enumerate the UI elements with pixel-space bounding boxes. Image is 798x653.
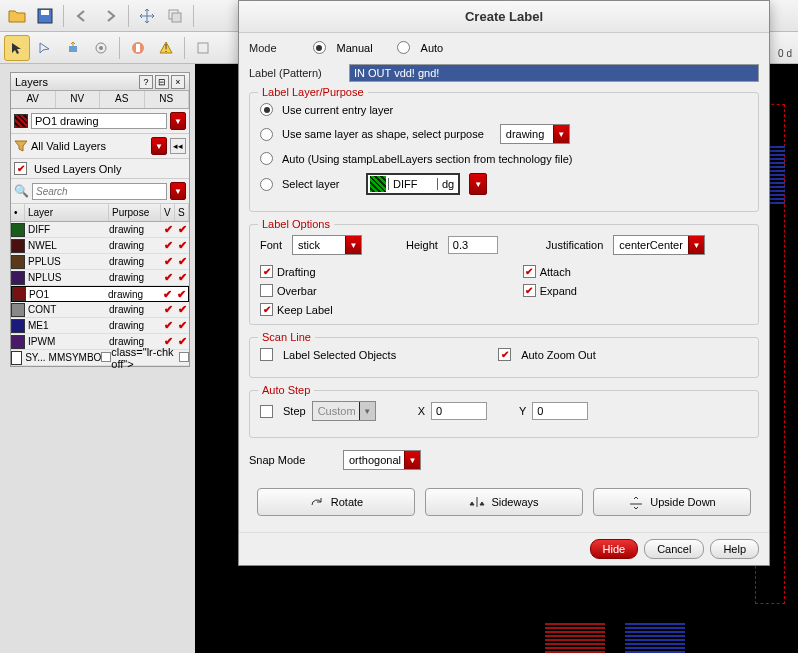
- opt-auto-radio[interactable]: [260, 152, 273, 165]
- y-input[interactable]: [532, 402, 588, 420]
- save-icon[interactable]: [32, 3, 58, 29]
- search-dropdown-icon[interactable]: ▼: [170, 182, 186, 200]
- drafting-checkbox[interactable]: [260, 265, 273, 278]
- y-label: Y: [519, 405, 526, 417]
- select-layer-combo[interactable]: DIFF dg: [366, 173, 460, 195]
- nav-prev-icon[interactable]: ◂◂: [170, 138, 186, 154]
- layer-row[interactable]: NWEL drawing ✔ ✔: [11, 238, 189, 254]
- tab-as[interactable]: AS: [100, 91, 145, 108]
- opt-same-radio[interactable]: [260, 128, 273, 141]
- col-purpose[interactable]: Purpose: [109, 204, 161, 221]
- pattern-input[interactable]: [349, 64, 759, 82]
- x-input[interactable]: [431, 402, 487, 420]
- opt-current-label: Use current entry layer: [282, 104, 393, 116]
- mode-manual-label: Manual: [337, 42, 373, 54]
- purpose-combo[interactable]: drawing ▼: [500, 124, 570, 144]
- auto-zoom-checkbox[interactable]: [498, 348, 511, 361]
- help-icon[interactable]: ?: [139, 75, 153, 89]
- svg-rect-1: [41, 10, 49, 15]
- hide-button[interactable]: Hide: [590, 539, 639, 559]
- col-layer[interactable]: Layer: [25, 204, 109, 221]
- layer-row[interactable]: SY... MMSYMBOL class="lr-chk off">: [11, 350, 189, 366]
- svg-point-6: [99, 46, 103, 50]
- label-options-fieldset: Label Options Font stick ▼ Height Justif…: [249, 224, 759, 325]
- opt-select-radio[interactable]: [260, 178, 273, 191]
- tool-icon[interactable]: [190, 35, 216, 61]
- move-icon[interactable]: [134, 3, 160, 29]
- mode-auto-radio[interactable]: [397, 41, 410, 54]
- layer-row[interactable]: CONT drawing ✔ ✔: [11, 302, 189, 318]
- select-icon[interactable]: [4, 35, 30, 61]
- step-checkbox[interactable]: [260, 405, 273, 418]
- layer-row[interactable]: NPLUS drawing ✔ ✔: [11, 270, 189, 286]
- justification-combo[interactable]: centerCenter ▼: [613, 235, 705, 255]
- select-layer-dropdown-icon[interactable]: ▼: [469, 173, 487, 195]
- layer-row[interactable]: PPLUS drawing ✔ ✔: [11, 254, 189, 270]
- close-icon[interactable]: ×: [171, 75, 185, 89]
- mode-auto-label: Auto: [421, 42, 444, 54]
- upside-button[interactable]: Upside Down: [593, 488, 751, 516]
- filter-icon: [14, 139, 28, 153]
- help-button[interactable]: Help: [710, 539, 759, 559]
- scan-line-fieldset: Scan Line Label Selected Objects Auto Zo…: [249, 337, 759, 378]
- sel-objects-checkbox[interactable]: [260, 348, 273, 361]
- svg-rect-3: [172, 13, 181, 22]
- col-visible[interactable]: V: [161, 204, 175, 221]
- layer-dropdown-icon[interactable]: ▼: [170, 112, 186, 130]
- layer-row[interactable]: PO1 drawing ✔ ✔: [11, 286, 189, 302]
- copy-icon[interactable]: [162, 3, 188, 29]
- mode-label: Mode: [249, 42, 277, 54]
- create-label-dialog: Create Label Mode Manual Auto Label (Pat…: [238, 0, 770, 566]
- snap-combo[interactable]: orthogonal ▼: [343, 450, 421, 470]
- gear-icon[interactable]: [88, 35, 114, 61]
- layer-row[interactable]: DIFF drawing ✔ ✔: [11, 222, 189, 238]
- redo-icon[interactable]: [97, 3, 123, 29]
- opt-same-label: Use same layer as shape, select purpose: [282, 128, 484, 140]
- warning-icon[interactable]: !: [153, 35, 179, 61]
- coordinate-display: 0 d: [778, 48, 792, 59]
- attach-checkbox[interactable]: [523, 265, 536, 278]
- font-combo[interactable]: stick ▼: [292, 235, 362, 255]
- undo-icon[interactable]: [69, 3, 95, 29]
- rotate-button[interactable]: Rotate: [257, 488, 415, 516]
- svg-text:!: !: [164, 42, 167, 54]
- current-layer[interactable]: PO1 drawing: [31, 113, 167, 129]
- tab-ns[interactable]: NS: [145, 91, 190, 108]
- search-input[interactable]: [32, 183, 167, 200]
- keep-checkbox[interactable]: [260, 303, 273, 316]
- cursor2-icon[interactable]: [32, 35, 58, 61]
- stop-icon[interactable]: [125, 35, 151, 61]
- via-icon[interactable]: [60, 35, 86, 61]
- cancel-button[interactable]: Cancel: [644, 539, 704, 559]
- chevron-down-icon: ▼: [553, 125, 569, 143]
- col-select[interactable]: S: [175, 204, 189, 221]
- tab-nv[interactable]: NV: [56, 91, 101, 108]
- step-combo[interactable]: Custom ▼: [312, 401, 376, 421]
- layers-panel: Layers ? ⊟ × AV NV AS NS PO1 drawing ▼ A…: [10, 72, 190, 367]
- filter-dropdown-icon[interactable]: ▼: [151, 137, 167, 155]
- filter-label[interactable]: All Valid Layers: [31, 140, 148, 152]
- svg-rect-10: [198, 43, 208, 53]
- mode-manual-radio[interactable]: [313, 41, 326, 54]
- dialog-title: Create Label: [239, 1, 769, 33]
- expand-checkbox[interactable]: [523, 284, 536, 297]
- used-only-checkbox[interactable]: [14, 162, 27, 175]
- layer-swatch-icon: [370, 176, 386, 192]
- auto-step-fieldset: Auto Step Step Custom ▼ X Y: [249, 390, 759, 438]
- x-label: X: [418, 405, 425, 417]
- snap-label: Snap Mode: [249, 454, 335, 466]
- open-icon[interactable]: [4, 3, 30, 29]
- layer-row[interactable]: ME1 drawing ✔ ✔: [11, 318, 189, 334]
- col-swatch[interactable]: •: [11, 204, 25, 221]
- chevron-down-icon: ▼: [345, 236, 361, 254]
- view-tabs: AV NV AS NS: [11, 91, 189, 109]
- overbar-checkbox[interactable]: [260, 284, 273, 297]
- height-input[interactable]: [448, 236, 498, 254]
- sideways-button[interactable]: Sideways: [425, 488, 583, 516]
- opt-current-radio[interactable]: [260, 103, 273, 116]
- settings-icon[interactable]: ⊟: [155, 75, 169, 89]
- tab-av[interactable]: AV: [11, 91, 56, 108]
- chevron-down-icon: ▼: [688, 236, 704, 254]
- autostep-legend: Auto Step: [258, 384, 314, 396]
- opt-select-label: Select layer: [282, 178, 360, 190]
